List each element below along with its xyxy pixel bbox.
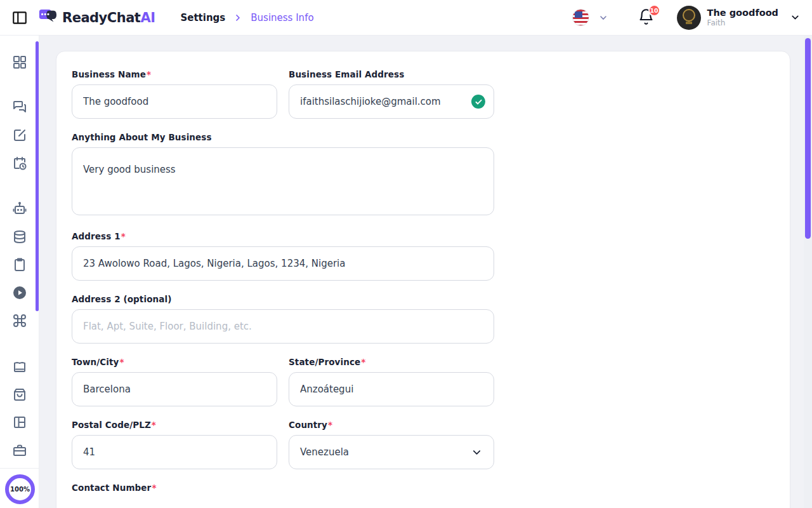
sidebar-item-store-icon[interactable]: [12, 359, 27, 374]
main-content: Business Name* Business Email Address: [39, 36, 812, 508]
business-name-field-group: Business Name*: [72, 69, 277, 119]
contact-number-label: Contact Number*: [72, 483, 494, 493]
sidebar-nav: 100%: [0, 36, 39, 508]
sidebar-item-commands-icon[interactable]: [12, 313, 27, 328]
state-province-input[interactable]: [289, 372, 494, 406]
chevron-down-icon: [598, 13, 608, 23]
about-business-label: Anything About My Business: [72, 132, 494, 142]
sidebar-item-bot-icon[interactable]: [12, 201, 27, 216]
country-selected-value: Venezuela: [300, 446, 349, 458]
country-select[interactable]: Venezuela: [289, 435, 494, 469]
language-selector[interactable]: [572, 9, 608, 26]
user-name: The goodfood: [707, 8, 778, 18]
user-info: The goodfood Faith: [707, 8, 778, 27]
country-field-group: Country* Venezuela: [289, 420, 494, 469]
town-city-input[interactable]: [72, 372, 277, 406]
business-name-input[interactable]: [72, 84, 277, 119]
top-header: ReadyChatAI Settings Business Info 10 Th…: [0, 0, 812, 36]
postal-code-field-group: Postal Code/PLZ*: [72, 420, 277, 469]
address1-input[interactable]: [72, 246, 494, 281]
required-asterisk: *: [147, 69, 151, 79]
us-flag-icon: [572, 9, 589, 26]
sidebar-item-shopping-bag-icon[interactable]: [12, 387, 27, 402]
required-asterisk: *: [361, 357, 365, 367]
email-valid-check-icon: [471, 95, 485, 109]
business-info-form: Business Name* Business Email Address: [72, 69, 494, 493]
notification-count-badge: 10: [648, 4, 660, 17]
address1-label: Address 1*: [72, 231, 494, 241]
required-asterisk: *: [119, 357, 124, 367]
country-label: Country*: [289, 420, 494, 430]
sidebar-item-calendar-icon[interactable]: [12, 156, 27, 171]
business-email-input[interactable]: [289, 84, 494, 119]
sidebar-toggle-icon[interactable]: [11, 10, 28, 25]
business-email-field-group: Business Email Address: [289, 69, 494, 119]
sidebar-item-database-icon[interactable]: [12, 229, 27, 244]
notifications-button[interactable]: 10: [638, 8, 655, 27]
business-info-form-card: Business Name* Business Email Address: [56, 51, 790, 508]
town-city-field-group: Town/City*: [72, 357, 277, 406]
sidebar-item-compose-icon[interactable]: [12, 128, 27, 143]
sidebar-item-briefcase-icon[interactable]: [12, 443, 27, 458]
state-province-label: State/Province*: [289, 357, 494, 367]
breadcrumb-business-info[interactable]: Business Info: [251, 12, 313, 23]
address1-field-group: Address 1*: [72, 231, 494, 281]
sidebar-divider: [0, 468, 39, 469]
sidebar-item-play-icon[interactable]: [12, 285, 27, 300]
breadcrumb: Settings Business Info: [180, 12, 313, 23]
address2-label: Address 2 (optional): [72, 294, 494, 304]
chevron-right-icon: [233, 13, 243, 23]
required-asterisk: *: [328, 420, 332, 430]
chevron-down-icon: [790, 12, 801, 23]
user-menu[interactable]: The goodfood Faith: [677, 6, 801, 30]
sidebar-item-dashboard-icon[interactable]: [12, 55, 27, 70]
sidebar-item-clipboard-icon[interactable]: [12, 257, 27, 272]
user-subtitle: Faith: [707, 18, 778, 27]
page-scrollbar-thumb[interactable]: [805, 38, 811, 239]
town-city-label: Town/City*: [72, 357, 277, 367]
usage-progress-badge[interactable]: 100%: [5, 474, 35, 504]
readychat-logo[interactable]: ReadyChatAI: [37, 8, 155, 27]
postal-code-label: Postal Code/PLZ*: [72, 420, 277, 430]
postal-code-input[interactable]: [72, 435, 277, 469]
state-province-field-group: State/Province*: [289, 357, 494, 406]
required-asterisk: *: [152, 420, 156, 430]
required-asterisk: *: [121, 231, 126, 241]
avatar: [677, 6, 701, 30]
about-business-textarea[interactable]: Very good business: [72, 147, 494, 215]
sidebar-item-layout-icon[interactable]: [12, 415, 27, 430]
sidebar-item-chats-icon[interactable]: [12, 100, 27, 115]
chevron-down-icon: [471, 446, 483, 458]
contact-number-field-group: Contact Number*: [72, 483, 494, 493]
about-business-field-group: Anything About My Business Very good bus…: [72, 132, 494, 218]
address2-input[interactable]: [72, 309, 494, 344]
required-asterisk: *: [152, 483, 156, 493]
business-name-label: Business Name*: [72, 69, 277, 79]
logo-text: ReadyChatAI: [62, 10, 155, 25]
chat-bubble-logo-icon: [37, 8, 58, 27]
sidebar-scrollbar-thumb[interactable]: [36, 41, 39, 311]
address2-field-group: Address 2 (optional): [72, 294, 494, 344]
breadcrumb-settings[interactable]: Settings: [180, 12, 225, 23]
business-email-label: Business Email Address: [289, 69, 494, 79]
